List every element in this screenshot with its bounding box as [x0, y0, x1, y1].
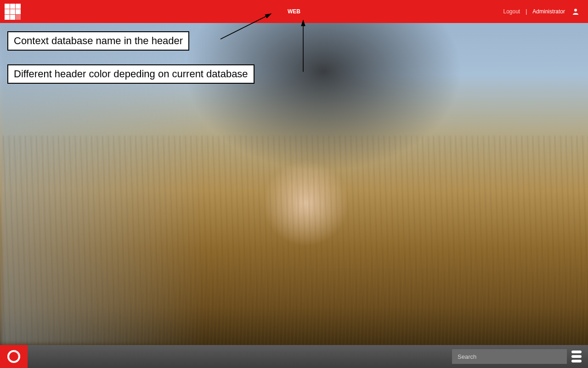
sitecore-logo-button[interactable]: [0, 345, 28, 368]
sitecore-swirl-icon: [7, 350, 21, 363]
background-grass-overlay: [0, 136, 588, 345]
search-input[interactable]: [452, 349, 567, 364]
header-separator: |: [526, 8, 527, 15]
footer-right: [452, 349, 588, 364]
annotation-header-color: Different header color depeding on curre…: [7, 64, 254, 84]
database-selector-icon[interactable]: [571, 351, 582, 362]
svg-point-0: [574, 9, 577, 12]
user-icon[interactable]: [572, 8, 579, 15]
context-database-name: WEB: [288, 8, 300, 15]
logout-link[interactable]: Logout: [503, 8, 520, 15]
current-user-link[interactable]: Administrator: [532, 8, 565, 15]
app-footer: [0, 345, 588, 368]
annotation-db-name: Context database name in the header: [7, 31, 189, 51]
app-header: WEB Logout | Administrator: [0, 0, 588, 23]
header-center: WEB: [288, 0, 300, 23]
header-right: Logout | Administrator: [503, 8, 588, 15]
app-launcher-grid-icon[interactable]: [5, 4, 21, 20]
